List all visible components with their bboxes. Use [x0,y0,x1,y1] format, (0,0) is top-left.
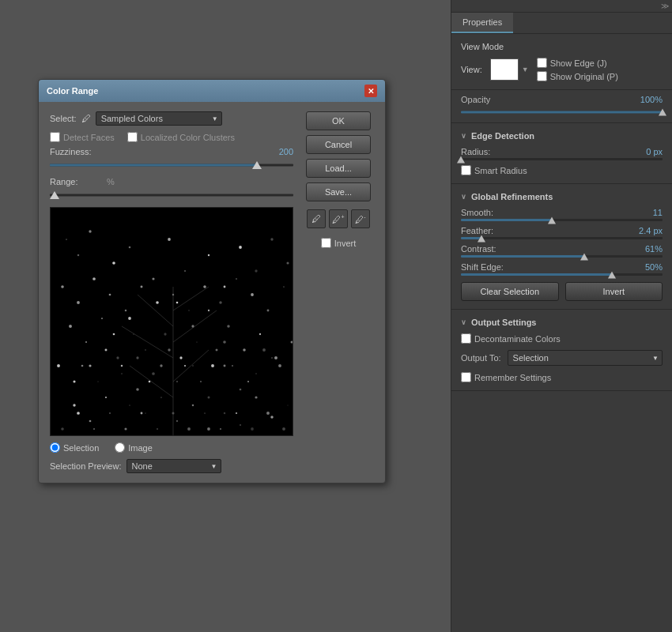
show-edge-input[interactable] [537,58,547,68]
dialog-title: Color Range [47,86,98,96]
shift-edge-label-row: Shift Edge: 50% [461,262,663,272]
localized-clusters-checkbox[interactable]: Localized Color Clusters [127,132,235,142]
decontaminate-label: Decontaminate Colors [474,334,561,344]
show-original-input[interactable] [537,71,547,81]
image-radio[interactable]: Image [115,442,153,453]
range-label: Range: [50,177,105,186]
shift-edge-fill [461,273,612,276]
preview-area [50,207,293,436]
show-original-checkbox[interactable]: Show Original (P) [537,71,618,81]
select-row: Select: 🖊 Sampled Colors Reds Yellows Gr… [50,111,293,126]
smart-radius-checkbox[interactable]: Smart Radius [461,165,663,175]
refinements-buttons-row: Clear Selection Invert [461,282,663,301]
decontaminate-input[interactable] [461,333,471,344]
edge-detection-chevron[interactable]: ∨ [461,132,466,140]
fuzziness-thumb[interactable] [252,161,262,169]
load-button[interactable]: Load... [306,159,371,178]
edge-detection-section: ∨ Edge Detection Radius: 0 px Smart Radi… [451,123,672,184]
eyedropper-plus-icon: 🖊+ [332,214,344,224]
view-thumb-arrow[interactable]: ▼ [522,66,529,73]
radius-track[interactable] [461,158,663,160]
feather-thumb[interactable] [478,235,485,242]
smooth-value: 11 [653,208,663,217]
eyedropper-tool-button[interactable]: 🖊 [307,209,326,228]
opacity-slider[interactable] [461,107,663,118]
edge-detection-title: Edge Detection [471,131,534,141]
opacity-thumb[interactable] [659,109,666,116]
contrast-thumb[interactable] [580,253,588,260]
invert-input[interactable] [321,238,331,248]
decontaminate-checkbox[interactable]: Decontaminate Colors [461,333,663,344]
invert-button[interactable]: Invert [565,282,663,301]
shift-edge-value: 50% [645,262,663,272]
select-dropdown[interactable]: Sampled Colors Reds Yellows Greens Cyans… [96,111,222,126]
radius-thumb[interactable] [457,156,465,163]
fuzziness-slider[interactable] [50,160,293,171]
show-edge-label: Show Edge (J) [550,58,607,68]
remember-settings-input[interactable] [461,372,471,382]
properties-panel: ≫ Properties View Mode View: ▼ Show Edge… [451,0,672,632]
eyedropper-select-icon: 🖊 [81,113,91,124]
shift-edge-slider-row: Shift Edge: 50% [461,262,663,276]
smooth-track[interactable] [461,219,663,221]
clear-selection-button[interactable]: Clear Selection [461,282,559,301]
global-refinements-section: ∨ Global Refinements Smooth: 11 Feather:… [451,184,672,310]
global-refinements-chevron[interactable]: ∨ [461,193,466,201]
view-mode-title: View Mode [461,42,663,51]
panel-topbar: ≫ [451,0,672,13]
detect-faces-label: Detect Faces [63,133,115,142]
fuzziness-label: Fuzziness: [50,147,105,156]
image-radio-input[interactable] [115,442,125,453]
invert-label: Invert [334,239,357,248]
tool-icons-row: 🖊 🖊+ 🖊- [307,209,370,228]
contrast-fill [461,255,584,258]
show-edge-checkbox[interactable]: Show Edge (J) [537,58,618,68]
contrast-label-row: Contrast: 61% [461,244,663,254]
opacity-fill [461,111,663,114]
fuzziness-row: Fuzziness: 200 [50,147,293,156]
eyedropper-plus-button[interactable]: 🖊+ [329,209,348,228]
feather-slider-row: Feather: 2.4 px [461,226,663,239]
view-thumbnail [490,58,519,81]
contrast-slider-row: Contrast: 61% [461,244,663,258]
output-dropdown[interactable]: Selection Layer Mask New Layer New Layer… [508,350,663,366]
selection-radio-input[interactable] [50,442,60,453]
output-settings-header: ∨ Output Settings [461,318,663,327]
range-row: Range: % [50,177,293,186]
close-button[interactable]: ✕ [364,85,377,97]
remember-settings-checkbox[interactable]: Remember Settings [461,372,663,382]
smart-radius-label: Smart Radius [474,166,527,175]
cancel-button[interactable]: Cancel [306,135,371,154]
save-button[interactable]: Save... [306,182,371,201]
feather-track[interactable] [461,237,663,239]
opacity-value: 100% [640,95,663,104]
shift-edge-track[interactable] [461,273,663,276]
output-settings-chevron[interactable]: ∨ [461,318,466,326]
detect-faces-checkbox[interactable]: Detect Faces [50,132,115,142]
properties-tab[interactable]: Properties [451,13,513,33]
eyedropper-minus-button[interactable]: 🖊- [351,209,370,228]
shift-edge-label: Shift Edge: [461,262,504,272]
invert-checkbox[interactable]: Invert [321,238,357,248]
smart-radius-input[interactable] [461,165,471,175]
show-original-label: Show Original (P) [550,72,618,81]
output-dropdown-wrapper[interactable]: Selection Layer Mask New Layer New Layer… [508,350,663,366]
preview-dropdown[interactable]: None Grayscale Black Matte White Matte Q… [126,459,221,473]
ok-button[interactable]: OK [306,111,371,130]
detect-faces-input[interactable] [50,132,60,142]
localized-clusters-label: Localized Color Clusters [141,133,235,142]
fuzziness-fill [50,164,257,167]
view-thumb-wrapper[interactable]: ▼ [490,58,529,81]
smooth-thumb[interactable] [548,216,556,224]
checkboxes-row: Detect Faces Localized Color Clusters [50,132,293,142]
shift-edge-thumb[interactable] [608,271,616,278]
range-thumb[interactable] [50,191,59,199]
dialog-body: Select: 🖊 Sampled Colors Reds Yellows Gr… [39,102,385,483]
panel-menu-icon[interactable]: ≫ [661,2,669,10]
localized-clusters-input[interactable] [127,132,138,142]
view-label: View: [461,65,482,74]
select-wrapper[interactable]: Sampled Colors Reds Yellows Greens Cyans… [96,111,222,126]
selection-radio[interactable]: Selection [50,442,99,453]
range-slider[interactable] [50,190,293,201]
contrast-track[interactable] [461,255,663,258]
